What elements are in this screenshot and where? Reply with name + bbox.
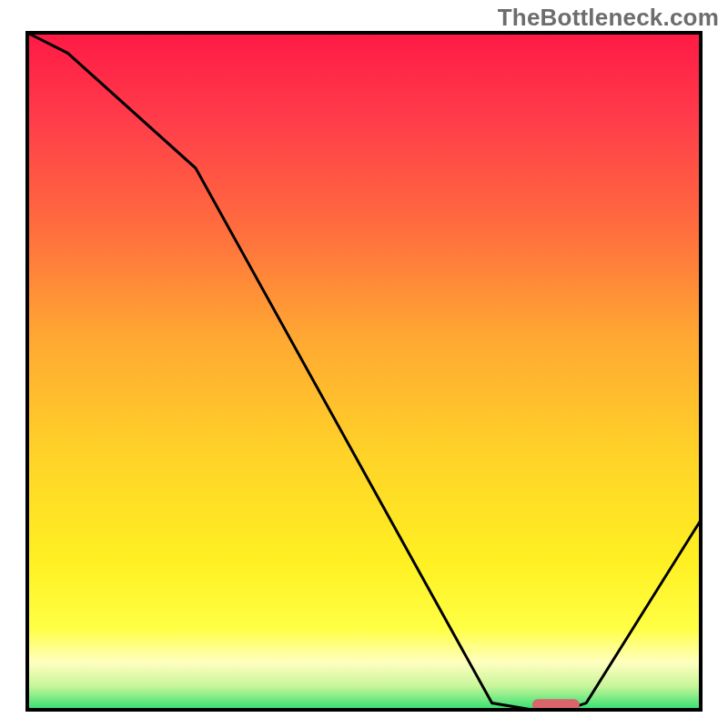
- watermark-text: TheBottleneck.com: [498, 4, 719, 32]
- bottleneck-chart: TheBottleneck.com: [0, 0, 728, 728]
- chart-canvas: [0, 0, 728, 728]
- plot-background: [27, 33, 701, 710]
